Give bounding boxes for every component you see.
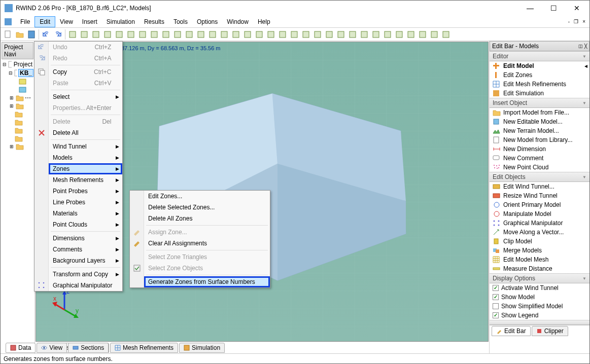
toolbar-button[interactable] bbox=[207, 29, 218, 40]
mi-comments[interactable]: Comments▶ bbox=[49, 244, 122, 255]
mi-del-sel-zones[interactable]: Delete Selected Zones... bbox=[144, 202, 270, 213]
mi-line-probes[interactable]: Line Probes▶ bbox=[49, 197, 122, 208]
mi-gman[interactable]: Graphical Manipulator bbox=[49, 280, 122, 291]
menu-view[interactable]: View bbox=[55, 16, 78, 27]
tab-sections[interactable]: Sections bbox=[68, 343, 109, 353]
menu-window[interactable]: Window bbox=[222, 16, 253, 27]
toolbar-button[interactable] bbox=[300, 29, 311, 40]
tb-new[interactable] bbox=[3, 29, 14, 40]
eb-activate-wt[interactable]: ✓Activate Wind Tunnel bbox=[490, 283, 589, 293]
eb-merge[interactable]: Merge Models bbox=[490, 246, 589, 255]
eb-show-model[interactable]: ✓Show Model bbox=[490, 293, 589, 302]
tree-project[interactable]: Project bbox=[13, 61, 33, 68]
eb-move-vector[interactable]: Move Along a Vector... bbox=[490, 228, 589, 237]
mi-paste[interactable]: PasteCtrl+V bbox=[49, 78, 122, 89]
mdi-restore[interactable]: ❐ bbox=[573, 19, 579, 24]
toolbar-button[interactable] bbox=[219, 29, 230, 40]
toolbar-button[interactable] bbox=[335, 29, 346, 40]
toolbar-button[interactable] bbox=[79, 29, 90, 40]
toolbar-button[interactable] bbox=[195, 29, 206, 40]
menu-help[interactable]: Help bbox=[253, 16, 275, 27]
eb-new-comment[interactable]: New Comment bbox=[490, 154, 589, 163]
menu-simulation[interactable]: Simulation bbox=[102, 16, 140, 27]
tab-simulation[interactable]: Simulation bbox=[179, 343, 225, 353]
toolbar-button[interactable] bbox=[254, 29, 265, 40]
mi-undo[interactable]: UndoCtrl+Z bbox=[49, 42, 122, 53]
toolbar-button[interactable] bbox=[149, 29, 160, 40]
mi-materials[interactable]: Materials▶ bbox=[49, 208, 122, 219]
mi-sel-objects[interactable]: Select Zone Objects bbox=[144, 263, 270, 274]
toolbar-button[interactable] bbox=[172, 29, 183, 40]
eb-clip[interactable]: Clip Model bbox=[490, 237, 589, 246]
toolbar-button[interactable] bbox=[312, 29, 323, 40]
mdi-close[interactable]: × bbox=[581, 19, 586, 24]
toolbar-button[interactable] bbox=[347, 29, 358, 40]
menu-insert[interactable]: Insert bbox=[78, 16, 102, 27]
mi-wind-tunnel[interactable]: Wind Tunnel▶ bbox=[49, 141, 122, 152]
mi-transform[interactable]: Transform and Copy▶ bbox=[49, 269, 122, 280]
eb-orient[interactable]: Orient Primary Model bbox=[490, 200, 589, 209]
mi-delete-all[interactable]: Delete All bbox=[49, 127, 122, 138]
toolbar-button[interactable] bbox=[324, 29, 335, 40]
toolbar-button[interactable] bbox=[440, 29, 452, 40]
mi-dimensions[interactable]: Dimensions▶ bbox=[49, 233, 122, 244]
eb-edit-wt[interactable]: Edit Wind Tunnel... bbox=[490, 182, 589, 191]
toolbar-button[interactable] bbox=[359, 29, 370, 40]
eb-edit-sim[interactable]: Edit Simulation bbox=[490, 89, 589, 98]
toolbar-button[interactable] bbox=[242, 29, 253, 40]
tab-view[interactable]: View bbox=[37, 343, 67, 353]
eb-new-dim[interactable]: New Dimension bbox=[490, 144, 589, 154]
toolbar-button[interactable] bbox=[67, 29, 78, 40]
eb-resize-wt[interactable]: Resize Wind Tunnel bbox=[490, 191, 589, 200]
mi-bg-layers[interactable]: Background Layers▶ bbox=[49, 255, 122, 266]
toolbar-button[interactable] bbox=[230, 29, 241, 40]
toolbar-button[interactable] bbox=[184, 29, 195, 40]
menu-file[interactable]: File bbox=[16, 16, 34, 27]
eb-import-model[interactable]: Import Model from File... bbox=[490, 108, 589, 117]
mi-gen-zones[interactable]: Generate Zones from Surface Numbers bbox=[144, 276, 270, 287]
mi-select[interactable]: Select▶ bbox=[49, 91, 122, 102]
mi-point-clouds[interactable]: Point Clouds▶ bbox=[49, 219, 122, 230]
menu-options[interactable]: Options bbox=[192, 16, 222, 27]
mi-props[interactable]: Properties...Alt+Enter bbox=[49, 102, 122, 114]
toolbar-button[interactable] bbox=[90, 29, 101, 40]
eb-show-legend[interactable]: ✓Show Legend bbox=[490, 311, 589, 320]
eb-gman[interactable]: Graphical Manipulator bbox=[490, 219, 589, 228]
menu-tools[interactable]: Tools bbox=[169, 16, 192, 27]
minimize-button[interactable]: — bbox=[518, 1, 542, 16]
toolbar-button[interactable] bbox=[405, 29, 417, 40]
toolbar-button[interactable] bbox=[417, 29, 428, 40]
toolbar-button[interactable] bbox=[125, 29, 136, 40]
tb-open[interactable] bbox=[14, 29, 25, 40]
mi-mesh-ref[interactable]: Mesh Refinements▶ bbox=[49, 174, 122, 186]
eb-new-pointcloud[interactable]: New Point Cloud bbox=[490, 163, 589, 172]
toolbar-button[interactable] bbox=[265, 29, 276, 40]
toolbar-button[interactable] bbox=[382, 29, 393, 40]
eb-edit-mesh-ref[interactable]: Edit Mesh Refinements bbox=[490, 80, 589, 89]
eb-new-terrain[interactable]: New Terrain Model... bbox=[490, 126, 589, 135]
tree-kb[interactable]: KB_ bbox=[18, 69, 33, 77]
mi-models[interactable]: Models▶ bbox=[49, 152, 122, 163]
mi-zones[interactable]: Zones▶ bbox=[49, 163, 122, 174]
toolbar-button[interactable] bbox=[370, 29, 381, 40]
mi-copy[interactable]: CopyCtrl+C bbox=[49, 66, 122, 78]
toolbar-button[interactable] bbox=[277, 29, 288, 40]
mi-edit-zones[interactable]: Edit Zones... bbox=[144, 191, 270, 202]
eb-show-simplified[interactable]: Show Simplified Model bbox=[490, 302, 589, 311]
tb-save[interactable] bbox=[26, 29, 37, 40]
toolbar-button[interactable] bbox=[114, 29, 125, 40]
eb-edit-zones[interactable]: Edit Zones bbox=[490, 70, 589, 80]
eb-measure[interactable]: Measure Distance bbox=[490, 264, 589, 273]
toolbar-button[interactable] bbox=[137, 29, 148, 40]
eb-manipulate[interactable]: Manipulate Model bbox=[490, 209, 589, 219]
maximize-button[interactable]: ☐ bbox=[542, 1, 565, 16]
tab-clipper[interactable]: Clipper bbox=[532, 326, 568, 336]
tab-mesh[interactable]: Mesh Refinements bbox=[110, 343, 178, 353]
menu-edit[interactable]: Edit bbox=[34, 16, 55, 27]
toolbar-button[interactable] bbox=[102, 29, 113, 40]
toolbar-button[interactable] bbox=[394, 29, 405, 40]
mi-sel-triangles[interactable]: Select Zone Triangles bbox=[144, 251, 270, 263]
eb-new-from-lib[interactable]: New Model from Library... bbox=[490, 135, 589, 144]
tab-data[interactable]: Data bbox=[6, 343, 36, 353]
tb-redo[interactable] bbox=[52, 29, 63, 40]
